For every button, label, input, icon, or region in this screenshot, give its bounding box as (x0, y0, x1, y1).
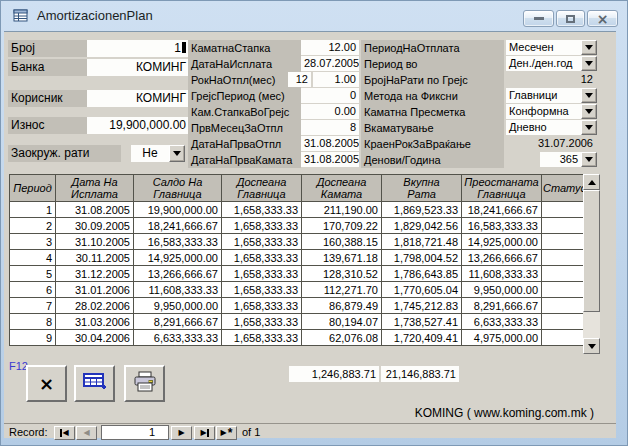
table-cell[interactable]: 14,925,000.00 (134, 250, 222, 266)
dropdown-button[interactable] (581, 88, 597, 103)
combo-value[interactable]: Конформна (506, 104, 581, 119)
column-header[interactable]: Доспеана Главница (222, 175, 302, 202)
field-value[interactable]: 1.00 (313, 72, 359, 87)
table-cell[interactable]: 31.03.2006 (56, 314, 134, 330)
table-cell[interactable]: 18,241,666.67 (134, 218, 222, 234)
field-value[interactable]: 12.00 (301, 40, 359, 55)
table-cell[interactable]: 160,388.15 (302, 234, 382, 250)
table-cell[interactable]: 8 (10, 314, 56, 330)
field-value[interactable]: 31.07.2006 (504, 136, 596, 151)
table-cell[interactable]: 16,583,333.33 (134, 234, 222, 250)
table-cell[interactable]: 13,266,666.67 (134, 266, 222, 282)
dropdown-button[interactable] (581, 40, 597, 55)
column-header[interactable]: Салдо На Главница (134, 175, 222, 202)
table-cell[interactable]: 9,950,000.00 (134, 298, 222, 314)
column-header[interactable]: Доспеана Камата (302, 175, 382, 202)
table-cell[interactable]: 112,271.70 (302, 282, 382, 298)
combo-value[interactable]: Ден./ден.год (506, 56, 581, 71)
table-cell[interactable]: 1,658,333.33 (222, 298, 302, 314)
table-cell[interactable] (542, 202, 584, 218)
table-cell[interactable]: 1,770,605.04 (382, 282, 462, 298)
table-cell[interactable]: 1,658,333.33 (222, 202, 302, 218)
round-rates-combo-value[interactable]: Не (131, 145, 169, 162)
table-cell[interactable]: 3 (10, 234, 56, 250)
table-cell[interactable]: 2 (10, 218, 56, 234)
new-plan-button[interactable] (74, 365, 115, 402)
table-cell[interactable]: 19,900,000.00 (134, 202, 222, 218)
field-value[interactable]: 28.07.2005 (301, 56, 359, 71)
column-header[interactable]: Преостаната Главница (462, 175, 542, 202)
scrollbar-thumb[interactable] (583, 190, 600, 312)
table-cell[interactable]: 62,076.08 (302, 330, 382, 346)
field-value[interactable]: КОМИНГ (87, 90, 189, 107)
table-cell[interactable]: 128,310.52 (302, 266, 382, 282)
combo-value[interactable]: Главници (506, 88, 581, 103)
table-cell[interactable]: 4,975,000.00 (462, 330, 542, 346)
new-record-button[interactable]: ▶* (216, 426, 237, 440)
first-record-button[interactable]: ◀ (54, 426, 75, 440)
table-cell[interactable]: 30.09.2005 (56, 218, 134, 234)
title-bar[interactable]: AmortizacionenPlan × (1, 1, 627, 31)
close-window-button[interactable]: × (587, 10, 618, 27)
table-cell[interactable]: 9 (10, 330, 56, 346)
table-cell[interactable]: 1,658,333.33 (222, 218, 302, 234)
table-cell[interactable]: 1,658,333.33 (222, 282, 302, 298)
table-cell[interactable]: 1,798,004.52 (382, 250, 462, 266)
dropdown-button[interactable] (581, 120, 597, 135)
dropdown-button[interactable] (581, 104, 597, 119)
field-value[interactable]: 19,900,000.00 (87, 117, 189, 134)
table-cell[interactable]: 1,869,523.33 (382, 202, 462, 218)
table-cell[interactable]: 1,745,212.83 (382, 298, 462, 314)
field-value[interactable]: 31.08.2005 (301, 152, 359, 167)
table-cell[interactable]: 7 (10, 298, 56, 314)
print-button[interactable] (124, 365, 165, 402)
table-cell[interactable]: 1,818,721.48 (382, 234, 462, 250)
field-value[interactable]: 8 (301, 120, 359, 135)
table-cell[interactable]: 1,658,333.33 (222, 250, 302, 266)
combo-value[interactable]: 365 (540, 152, 581, 167)
scroll-down-button[interactable] (583, 338, 600, 354)
record-number-input[interactable]: 1 (101, 425, 169, 440)
table-cell[interactable]: 16,583,333.33 (462, 218, 542, 234)
next-record-button[interactable]: ▶ (171, 426, 192, 440)
table-scrollbar[interactable] (583, 174, 600, 354)
table-cell[interactable]: 1,658,333.33 (222, 266, 302, 282)
table-cell[interactable]: 5 (10, 266, 56, 282)
dropdown-button[interactable] (581, 56, 597, 71)
table-cell[interactable]: 1,658,333.33 (222, 314, 302, 330)
table-cell[interactable] (542, 282, 584, 298)
table-cell[interactable] (542, 266, 584, 282)
table-cell[interactable]: 31.08.2005 (56, 202, 134, 218)
field-value[interactable]: 0.00 (301, 104, 359, 119)
table-cell[interactable]: 31.01.2006 (56, 282, 134, 298)
table-cell[interactable]: 8,291,666.67 (462, 298, 542, 314)
table-cell[interactable]: 139,671.18 (302, 250, 382, 266)
table-cell[interactable]: 8,291,666.67 (134, 314, 222, 330)
table-cell[interactable] (542, 250, 584, 266)
column-header[interactable]: Дата На Исплата (56, 175, 134, 202)
table-cell[interactable]: 6 (10, 282, 56, 298)
table-cell[interactable]: 1,658,333.33 (222, 330, 302, 346)
table-cell[interactable]: 31.12.2005 (56, 266, 134, 282)
table-cell[interactable] (542, 298, 584, 314)
table-cell[interactable] (542, 218, 584, 234)
table-cell[interactable]: 86,879.49 (302, 298, 382, 314)
column-header[interactable]: Период (10, 175, 56, 202)
dropdown-button[interactable] (169, 145, 185, 162)
field-value[interactable]: 31.08.2005 (301, 136, 359, 151)
minimize-button[interactable] (523, 10, 554, 27)
combo-value[interactable]: Дневно (506, 120, 581, 135)
table-cell[interactable]: 30.11.2005 (56, 250, 134, 266)
table-cell[interactable]: 1,738,527.41 (382, 314, 462, 330)
table-cell[interactable]: 18,241,666.67 (462, 202, 542, 218)
table-cell[interactable]: 1,720,409.41 (382, 330, 462, 346)
table-cell[interactable]: 13,266,666.67 (462, 250, 542, 266)
table-cell[interactable]: 6,633,333.33 (134, 330, 222, 346)
field-value[interactable]: 12 (288, 72, 311, 87)
scroll-up-button[interactable] (583, 174, 600, 190)
dropdown-button[interactable] (581, 152, 597, 167)
column-header[interactable]: Статус (542, 175, 584, 202)
combo-value[interactable]: Месечен (506, 40, 581, 55)
table-cell[interactable]: 11,608,333.33 (462, 266, 542, 282)
table-cell[interactable]: 1 (10, 202, 56, 218)
